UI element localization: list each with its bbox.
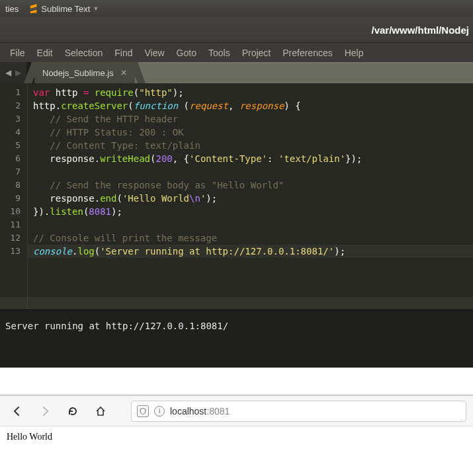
browser-home-button[interactable] bbox=[90, 401, 111, 422]
build-console: Server running at http://127.0.0.1:8081/ bbox=[0, 308, 473, 368]
shield-icon[interactable] bbox=[137, 405, 149, 417]
menu-preferences[interactable]: Preferences bbox=[277, 48, 338, 58]
code-line[interactable]: console.log('Server running at http://12… bbox=[33, 245, 473, 258]
code-line[interactable]: // Send the response body as "Hello Worl… bbox=[33, 178, 473, 192]
whitespace-gap bbox=[0, 368, 473, 394]
code-editor[interactable]: 12345678910111213 var http = require("ht… bbox=[0, 83, 473, 308]
tabbar-spacer bbox=[135, 62, 473, 83]
line-number: 8 bbox=[0, 178, 21, 192]
menu-find[interactable]: Find bbox=[108, 48, 138, 58]
code-line[interactable]: }).listen(8081); bbox=[33, 205, 473, 218]
code-line[interactable]: // Console will print the message bbox=[33, 231, 473, 245]
panel-item-label: ties bbox=[5, 4, 19, 14]
code-line[interactable]: // HTTP Status: 200 : OK bbox=[33, 126, 473, 139]
browser-window: i localhost:8081 Hello World bbox=[0, 395, 473, 448]
menu-project[interactable]: Project bbox=[236, 48, 277, 58]
line-number: 10 bbox=[0, 205, 21, 218]
browser-reload-button[interactable] bbox=[62, 401, 83, 422]
dropdown-caret-icon: ▼ bbox=[93, 5, 99, 12]
tab-filename: Nodejs_Sublime.js bbox=[42, 68, 114, 78]
line-number: 4 bbox=[0, 126, 21, 139]
menu-view[interactable]: View bbox=[139, 48, 171, 58]
sublime-icon bbox=[29, 4, 38, 13]
tab-close-icon[interactable]: ✕ bbox=[120, 68, 127, 77]
line-number: 9 bbox=[0, 192, 21, 205]
code-line[interactable]: // Send the HTTP header bbox=[33, 112, 473, 126]
panel-app-indicator[interactable]: Sublime Text ▼ bbox=[24, 4, 104, 14]
line-number: 1 bbox=[0, 86, 21, 99]
code-line[interactable]: http.createServer(function (request, res… bbox=[33, 99, 473, 112]
line-number: 13 bbox=[0, 245, 21, 258]
menu-edit[interactable]: Edit bbox=[31, 48, 59, 58]
console-divider[interactable] bbox=[0, 297, 473, 309]
menu-help[interactable]: Help bbox=[339, 48, 370, 58]
address-bar[interactable]: i localhost:8081 bbox=[131, 401, 466, 422]
line-number: 12 bbox=[0, 231, 21, 245]
window-title: /var/www/html/Nodej bbox=[371, 24, 469, 36]
code-line[interactable]: response.end('Hello World\n'); bbox=[33, 192, 473, 205]
tab-bar: ◀ ▶ Nodejs_Sublime.js ✕ bbox=[0, 62, 473, 83]
file-tab[interactable]: Nodejs_Sublime.js ✕ bbox=[34, 62, 135, 83]
panel-item-partial[interactable]: ties bbox=[0, 4, 24, 14]
line-number: 6 bbox=[0, 152, 21, 165]
tab-next-icon[interactable]: ▶ bbox=[15, 68, 21, 77]
menu-selection[interactable]: Selection bbox=[59, 48, 109, 58]
browser-back-button[interactable] bbox=[7, 401, 28, 422]
code-line[interactable] bbox=[33, 165, 473, 178]
window-titlebar: /var/www/html/Nodej bbox=[0, 17, 473, 42]
menubar: FileEditSelectionFindViewGotoToolsProjec… bbox=[0, 42, 473, 62]
page-body-text: Hello World bbox=[7, 432, 52, 442]
line-number: 2 bbox=[0, 99, 21, 112]
browser-viewport: Hello World bbox=[0, 426, 473, 448]
code-line[interactable]: // Content Type: text/plain bbox=[33, 139, 473, 152]
panel-app-name: Sublime Text bbox=[41, 4, 90, 14]
line-number: 7 bbox=[0, 165, 21, 178]
line-gutter: 12345678910111213 bbox=[0, 83, 28, 308]
browser-toolbar: i localhost:8081 bbox=[0, 396, 473, 426]
tab-prev-icon[interactable]: ◀ bbox=[5, 68, 11, 77]
code-line[interactable]: var http = require("http"); bbox=[33, 86, 473, 99]
browser-forward-button[interactable] bbox=[34, 401, 56, 422]
info-icon[interactable]: i bbox=[154, 406, 165, 416]
line-number: 3 bbox=[0, 112, 21, 126]
tab-nav-arrows: ◀ ▶ bbox=[0, 62, 26, 83]
code-line[interactable] bbox=[33, 218, 473, 231]
menu-goto[interactable]: Goto bbox=[171, 48, 202, 58]
console-output-line: Server running at http://127.0.0.1:8081/ bbox=[5, 321, 468, 331]
address-port: :8081 bbox=[206, 406, 230, 416]
line-number: 5 bbox=[0, 139, 21, 152]
menu-file[interactable]: File bbox=[4, 48, 31, 58]
desktop-top-panel: ties Sublime Text ▼ bbox=[0, 0, 473, 17]
menu-tools[interactable]: Tools bbox=[202, 48, 236, 58]
address-host: localhost bbox=[170, 406, 206, 416]
code-line[interactable]: response.writeHead(200, {'Content-Type':… bbox=[33, 152, 473, 165]
line-number: 11 bbox=[0, 218, 21, 231]
code-area[interactable]: var http = require("http");http.createSe… bbox=[28, 83, 473, 308]
address-text: localhost:8081 bbox=[170, 406, 230, 416]
